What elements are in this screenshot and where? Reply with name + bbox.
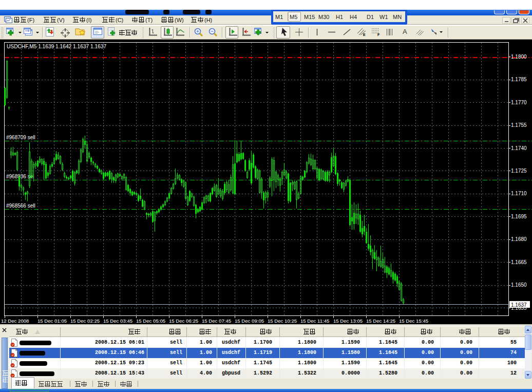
svg-text:1.1785: 1.1785 bbox=[511, 77, 527, 82]
svg-text:USDCHF,M5 1.1639 1.1642 1.163: USDCHF,M5 1.1639 1.1642 1.1637 1.1637 bbox=[7, 44, 107, 49]
svg-text:1.1770: 1.1770 bbox=[511, 100, 527, 105]
svg-text:1.1695: 1.1695 bbox=[511, 214, 527, 219]
svg-text:15 Dec 07:45: 15 Dec 07:45 bbox=[202, 318, 231, 324]
svg-text:1.1680: 1.1680 bbox=[511, 236, 527, 242]
svg-text:E: E bbox=[363, 33, 366, 36]
svg-text:15 Dec 06:25: 15 Dec 06:25 bbox=[169, 318, 198, 324]
svg-text:1.1755: 1.1755 bbox=[511, 122, 527, 128]
svg-text:#968566 sell: #968566 sell bbox=[6, 203, 35, 209]
svg-text:1.1800: 1.1800 bbox=[511, 54, 527, 60]
svg-text:#968709 sell: #968709 sell bbox=[6, 135, 35, 140]
svg-text:1.1710: 1.1710 bbox=[511, 191, 527, 196]
svg-text:1.1665: 1.1665 bbox=[511, 259, 527, 265]
svg-text:A: A bbox=[403, 28, 407, 35]
svg-text:15 Dec 03:45: 15 Dec 03:45 bbox=[103, 318, 132, 324]
svg-text:15 Dec 01:05: 15 Dec 01:05 bbox=[37, 318, 67, 324]
svg-text:1.1740: 1.1740 bbox=[511, 145, 527, 151]
svg-text:12 Dec 2008: 12 Dec 2008 bbox=[1, 318, 29, 324]
svg-text:1.1637: 1.1637 bbox=[511, 302, 527, 308]
svg-text:15 Dec 13:05: 15 Dec 13:05 bbox=[333, 318, 363, 324]
svg-text:15 Dec 15:45: 15 Dec 15:45 bbox=[399, 318, 428, 324]
svg-text:F: F bbox=[377, 33, 380, 36]
svg-text:15 Dec 10:25: 15 Dec 10:25 bbox=[268, 318, 297, 324]
svg-text:1.1725: 1.1725 bbox=[511, 168, 527, 174]
svg-text:15 Dec 14:25: 15 Dec 14:25 bbox=[366, 318, 395, 324]
svg-text:15 Dec 09:05: 15 Dec 09:05 bbox=[235, 318, 264, 324]
svg-text:15 Dec 02:25: 15 Dec 02:25 bbox=[70, 318, 100, 324]
svg-text:15 Dec 05:05: 15 Dec 05:05 bbox=[136, 318, 165, 324]
svg-text:1.1650: 1.1650 bbox=[511, 282, 527, 288]
svg-text:15 Dec 11:45: 15 Dec 11:45 bbox=[300, 318, 329, 324]
